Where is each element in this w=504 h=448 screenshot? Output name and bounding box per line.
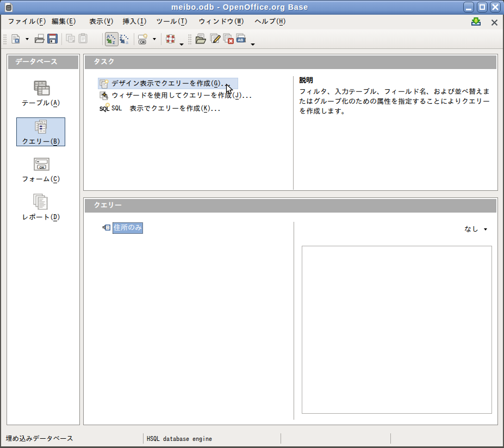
svg-text:OK: OK bbox=[40, 166, 45, 169]
svg-text:OK: OK bbox=[140, 40, 145, 44]
svg-text:A: A bbox=[107, 34, 110, 39]
svg-text:a: a bbox=[126, 40, 129, 45]
svg-text:Z: Z bbox=[120, 34, 123, 39]
svg-text:z: z bbox=[113, 40, 115, 45]
svg-text:AB: AB bbox=[238, 38, 243, 42]
